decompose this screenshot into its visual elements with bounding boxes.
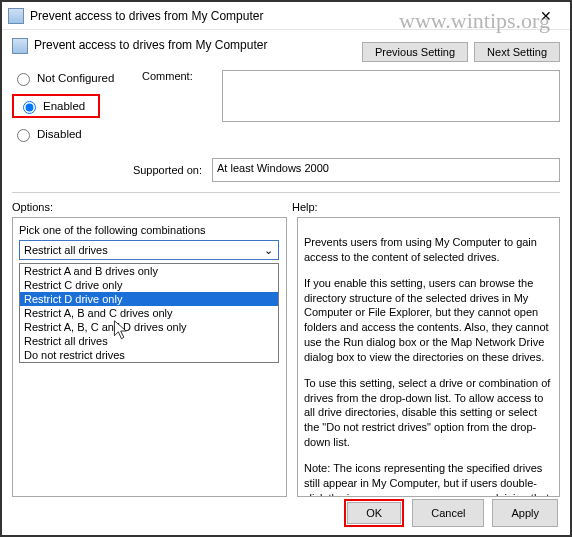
radio-enabled-input[interactable] bbox=[23, 101, 36, 114]
combo-selected-value: Restrict all drives bbox=[24, 244, 108, 256]
previous-setting-button[interactable]: Previous Setting bbox=[362, 42, 468, 62]
options-panel: Pick one of the following combinations R… bbox=[12, 217, 287, 497]
help-header: Help: bbox=[292, 201, 560, 213]
options-header: Options: bbox=[12, 201, 292, 213]
radio-disabled[interactable]: Disabled bbox=[12, 126, 142, 142]
radio-enabled-label: Enabled bbox=[43, 100, 85, 112]
ok-button[interactable]: OK bbox=[347, 502, 401, 524]
supported-on-value: At least Windows 2000 bbox=[212, 158, 560, 182]
dropdown-item[interactable]: Restrict A, B, C and D drives only bbox=[20, 320, 278, 334]
close-button[interactable]: ✕ bbox=[528, 5, 564, 27]
dropdown-item[interactable]: Restrict all drives bbox=[20, 334, 278, 348]
dropdown-item[interactable]: Do not restrict drives bbox=[20, 348, 278, 362]
radio-not-configured-input[interactable] bbox=[17, 73, 30, 86]
footer-buttons: OK Cancel Apply bbox=[344, 499, 558, 527]
apply-button[interactable]: Apply bbox=[492, 499, 558, 527]
help-paragraph: If you enable this setting, users can br… bbox=[304, 276, 553, 365]
drive-restriction-combo[interactable]: Restrict all drives ⌄ bbox=[19, 240, 279, 260]
drive-restriction-dropdown[interactable]: Restrict A and B drives only Restrict C … bbox=[19, 263, 279, 363]
state-radio-group: Not Configured Enabled Disabled bbox=[12, 70, 142, 150]
pick-combination-label: Pick one of the following combinations bbox=[19, 224, 280, 236]
window-icon bbox=[8, 8, 24, 24]
supported-on-label: Supported on: bbox=[12, 164, 212, 176]
titlebar: Prevent access to drives from My Compute… bbox=[2, 2, 570, 30]
cancel-button[interactable]: Cancel bbox=[412, 499, 484, 527]
dropdown-item[interactable]: Restrict C drive only bbox=[20, 278, 278, 292]
window-title: Prevent access to drives from My Compute… bbox=[30, 9, 528, 23]
help-paragraph: Note: The icons representing the specifi… bbox=[304, 461, 553, 497]
radio-enabled[interactable]: Enabled bbox=[18, 98, 94, 114]
help-paragraph: To use this setting, select a drive or c… bbox=[304, 376, 553, 450]
comment-label: Comment: bbox=[142, 70, 222, 122]
radio-not-configured-label: Not Configured bbox=[37, 72, 114, 84]
radio-disabled-label: Disabled bbox=[37, 128, 82, 140]
chevron-down-icon: ⌄ bbox=[260, 244, 276, 257]
divider bbox=[12, 192, 560, 193]
subheader: Prevent access to drives from My Compute… bbox=[2, 30, 570, 66]
radio-not-configured[interactable]: Not Configured bbox=[12, 70, 142, 86]
help-panel[interactable]: Prevents users from using My Computer to… bbox=[297, 217, 560, 497]
comment-textarea[interactable] bbox=[222, 70, 560, 122]
close-icon: ✕ bbox=[540, 8, 552, 24]
radio-disabled-input[interactable] bbox=[17, 129, 30, 142]
dropdown-item[interactable]: Restrict D drive only bbox=[20, 292, 278, 306]
dropdown-item[interactable]: Restrict A and B drives only bbox=[20, 264, 278, 278]
policy-title: Prevent access to drives from My Compute… bbox=[34, 38, 362, 52]
help-paragraph: Prevents users from using My Computer to… bbox=[304, 235, 553, 265]
dropdown-item[interactable]: Restrict A, B and C drives only bbox=[20, 306, 278, 320]
next-setting-button[interactable]: Next Setting bbox=[474, 42, 560, 62]
policy-icon bbox=[12, 38, 28, 54]
